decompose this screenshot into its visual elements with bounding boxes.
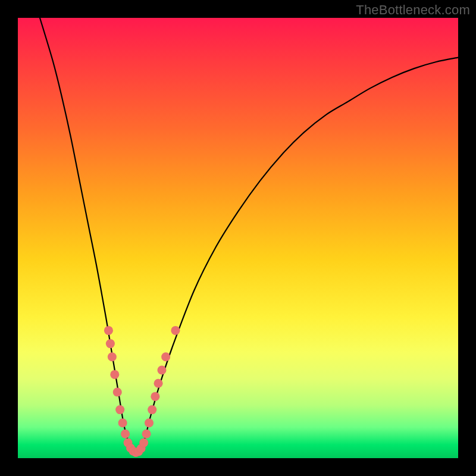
- chart-svg: [18, 18, 458, 458]
- chart-frame: [18, 18, 458, 458]
- data-points-group: [104, 326, 180, 457]
- data-point: [157, 366, 166, 375]
- data-point: [118, 418, 127, 427]
- data-point: [154, 379, 163, 388]
- data-point: [110, 370, 119, 379]
- data-point: [161, 352, 170, 361]
- data-point: [121, 430, 130, 439]
- data-point: [139, 439, 148, 447]
- data-point: [115, 405, 124, 414]
- data-point: [106, 339, 115, 348]
- watermark-text: TheBottleneck.com: [356, 2, 470, 18]
- data-point: [108, 352, 117, 361]
- data-point: [148, 405, 156, 414]
- data-point: [142, 430, 151, 439]
- data-point: [145, 418, 154, 427]
- data-point: [151, 392, 159, 401]
- bottleneck-curve: [40, 18, 458, 454]
- data-point: [171, 326, 180, 335]
- data-point: [104, 326, 113, 335]
- data-point: [113, 388, 122, 397]
